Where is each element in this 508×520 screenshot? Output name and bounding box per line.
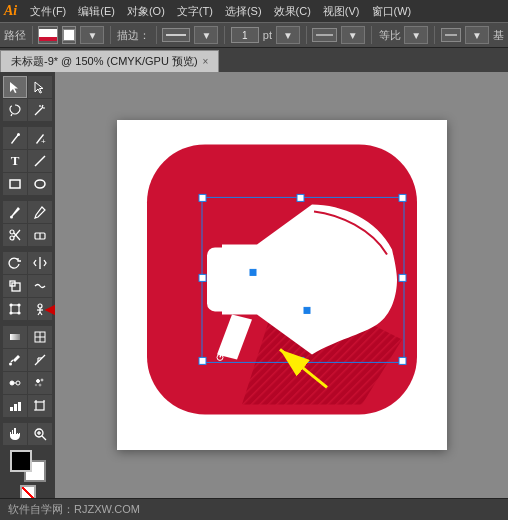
canvas-area[interactable]: [55, 72, 508, 498]
color-boxes: [10, 446, 46, 498]
tool-pen[interactable]: [3, 127, 27, 149]
svg-rect-69: [199, 274, 206, 281]
tool-lasso[interactable]: [3, 99, 27, 121]
svg-rect-52: [36, 402, 44, 410]
svg-point-8: [17, 133, 20, 136]
svg-point-24: [10, 304, 12, 306]
red-arrow-indicator: ◀: [45, 298, 55, 320]
artboard: [117, 120, 447, 450]
tool-blend[interactable]: [3, 372, 27, 394]
stroke-color-swatch[interactable]: [38, 26, 58, 44]
svg-point-28: [38, 304, 42, 308]
tool-free-transform[interactable]: [3, 298, 27, 320]
tool-pencil[interactable]: [28, 201, 52, 223]
menu-effect[interactable]: 效果(C): [269, 2, 316, 21]
tool-eraser[interactable]: [28, 224, 52, 246]
tool-magic-wand[interactable]: [28, 99, 52, 121]
menu-window[interactable]: 窗口(W): [367, 2, 417, 21]
tool-zoom[interactable]: [28, 423, 52, 445]
svg-line-37: [11, 360, 13, 362]
tool-chart[interactable]: [3, 395, 27, 417]
tool-row-gradient: [0, 326, 55, 348]
svg-point-43: [16, 381, 20, 385]
left-toolbar: + T: [0, 72, 55, 498]
tool-rect[interactable]: [3, 173, 27, 195]
dash-preview[interactable]: [162, 28, 190, 42]
svg-point-45: [37, 380, 40, 383]
doc-tab[interactable]: 未标题-9* @ 150% (CMYK/GPU 预览) ×: [0, 50, 219, 72]
tool-row-text: T: [0, 150, 55, 172]
doc-tab-title: 未标题-9* @ 150% (CMYK/GPU 预览): [11, 54, 198, 69]
svg-rect-11: [10, 180, 20, 188]
tool-row-blend: [0, 372, 55, 394]
menu-object[interactable]: 对象(O): [122, 2, 170, 21]
tool-line[interactable]: [28, 150, 52, 172]
tool-row-chart: [0, 395, 55, 417]
tool-hand[interactable]: [3, 423, 27, 445]
svg-point-12: [35, 180, 45, 188]
line-style-preview[interactable]: [312, 28, 336, 42]
svg-rect-68: [399, 194, 406, 201]
svg-line-39: [35, 355, 45, 365]
tool-row-scale: [0, 275, 55, 297]
svg-rect-50: [14, 404, 17, 411]
end-style-dropdown[interactable]: ▼: [465, 26, 489, 44]
end-style-preview[interactable]: [441, 28, 461, 42]
tool-scissors[interactable]: [3, 224, 27, 246]
svg-point-27: [18, 312, 20, 314]
svg-rect-70: [399, 274, 406, 281]
path-label: 路径: [4, 28, 26, 43]
svg-line-3: [35, 108, 42, 115]
tool-symbol-spray[interactable]: [28, 372, 52, 394]
tool-eyedropper[interactable]: [3, 349, 27, 371]
tool-row-hand: [0, 423, 55, 445]
tool-row-rect: [0, 173, 55, 195]
app-logo: Ai: [4, 3, 17, 19]
ratio-area: 等比 ▼: [379, 26, 428, 44]
tab-close-btn[interactable]: ×: [203, 56, 209, 67]
line-style-dropdown[interactable]: ▼: [341, 26, 365, 44]
dash-dropdown[interactable]: ▼: [194, 26, 218, 44]
ratio-dropdown[interactable]: ▼: [404, 26, 428, 44]
stroke-type-btn[interactable]: ▼: [80, 26, 104, 44]
svg-marker-1: [35, 82, 43, 93]
none-swatch[interactable]: [20, 485, 36, 498]
tool-artboard[interactable]: [28, 395, 52, 417]
svg-rect-66: [199, 194, 206, 201]
menu-text[interactable]: 文字(T): [172, 2, 218, 21]
tool-scale[interactable]: [3, 275, 27, 297]
tool-text[interactable]: T: [3, 150, 27, 172]
pt-label: pt: [263, 29, 272, 41]
tool-gradient[interactable]: [3, 326, 27, 348]
tool-rotate[interactable]: [3, 252, 27, 274]
tool-reflect[interactable]: [28, 252, 52, 274]
svg-point-47: [39, 384, 41, 386]
menu-select[interactable]: 选择(S): [220, 2, 267, 21]
fill-swatch-fg[interactable]: [10, 450, 32, 472]
tool-brush[interactable]: [3, 201, 27, 223]
menu-edit[interactable]: 编辑(E): [73, 2, 120, 21]
weight-dropdown[interactable]: ▼: [276, 26, 300, 44]
menu-file[interactable]: 文件(F): [25, 2, 71, 21]
fill-color-swatch[interactable]: [62, 26, 76, 44]
tool-mesh-gradient[interactable]: [28, 326, 52, 348]
svg-text:+: +: [41, 137, 46, 145]
ratio-label: 等比: [379, 28, 401, 43]
tool-measure[interactable]: [28, 349, 52, 371]
status-text: 软件自学网：RJZXW.COM: [8, 502, 140, 517]
tool-warp[interactable]: [28, 275, 52, 297]
fill-stroke-swatches[interactable]: [10, 450, 46, 482]
svg-rect-51: [18, 402, 21, 411]
menu-bar: Ai 文件(F) 编辑(E) 对象(O) 文字(T) 选择(S) 效果(C) 视…: [0, 0, 508, 22]
svg-rect-75: [304, 307, 310, 313]
tool-select[interactable]: [3, 76, 27, 98]
base-label: 基: [493, 28, 504, 43]
svg-rect-67: [297, 194, 304, 201]
tool-direct-select[interactable]: [28, 76, 52, 98]
weight-input[interactable]: [231, 27, 259, 43]
tool-add-anchor[interactable]: +: [28, 127, 52, 149]
svg-point-25: [18, 304, 20, 306]
menu-view[interactable]: 视图(V): [318, 2, 365, 21]
tool-ellipse[interactable]: [28, 173, 52, 195]
svg-line-2: [11, 114, 12, 116]
